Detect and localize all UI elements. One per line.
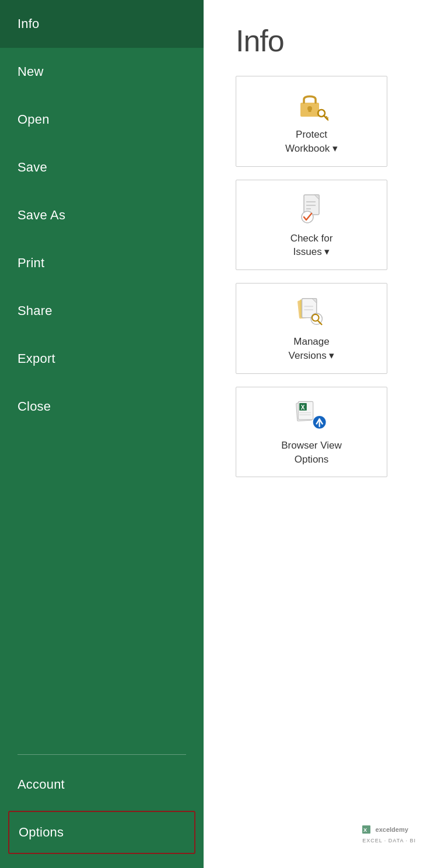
browser-view-icon: X	[294, 398, 329, 433]
sidebar-item-info[interactable]: Info	[0, 0, 204, 48]
manage-versions-icon	[294, 294, 329, 329]
check-issues-label: Check forIssues ▾	[290, 232, 333, 260]
lock-key-icon	[294, 87, 329, 122]
sidebar-item-close[interactable]: Close	[0, 383, 204, 430]
sidebar-item-save-as[interactable]: Save As	[0, 191, 204, 239]
protect-workbook-card[interactable]: ProtectWorkbook ▾	[236, 76, 387, 167]
page-title: Info	[236, 23, 416, 58]
sidebar-item-account[interactable]: Account	[0, 761, 204, 808]
sidebar: Info New Open Save Save As Print Share E…	[0, 0, 204, 868]
sidebar-divider	[18, 754, 186, 755]
manage-versions-card[interactable]: ManageVersions ▾	[236, 283, 387, 374]
sidebar-item-export[interactable]: Export	[0, 335, 204, 383]
main-content: Info ProtectWorkbook ▾	[204, 0, 448, 868]
check-doc-icon	[294, 191, 329, 226]
sidebar-item-print[interactable]: Print	[0, 239, 204, 287]
svg-text:X: X	[301, 404, 305, 411]
sidebar-item-options[interactable]: Options	[8, 811, 195, 854]
manage-versions-label: ManageVersions ▾	[289, 335, 335, 363]
sidebar-item-open[interactable]: Open	[0, 96, 204, 144]
sidebar-item-share[interactable]: Share	[0, 287, 204, 335]
watermark: X exceldemyEXCEL · DATA · BI	[236, 818, 416, 845]
browser-view-card[interactable]: X Browser ViewOptions	[236, 387, 387, 478]
browser-view-label: Browser ViewOptions	[281, 439, 342, 467]
svg-text:X: X	[363, 827, 367, 833]
protect-workbook-label: ProtectWorkbook ▾	[285, 128, 338, 156]
sidebar-item-new[interactable]: New	[0, 48, 204, 96]
check-issues-card[interactable]: Check forIssues ▾	[236, 180, 387, 271]
svg-line-6	[327, 118, 328, 119]
sidebar-item-save[interactable]: Save	[0, 144, 204, 191]
svg-line-5	[326, 117, 327, 118]
svg-rect-2	[309, 108, 312, 112]
